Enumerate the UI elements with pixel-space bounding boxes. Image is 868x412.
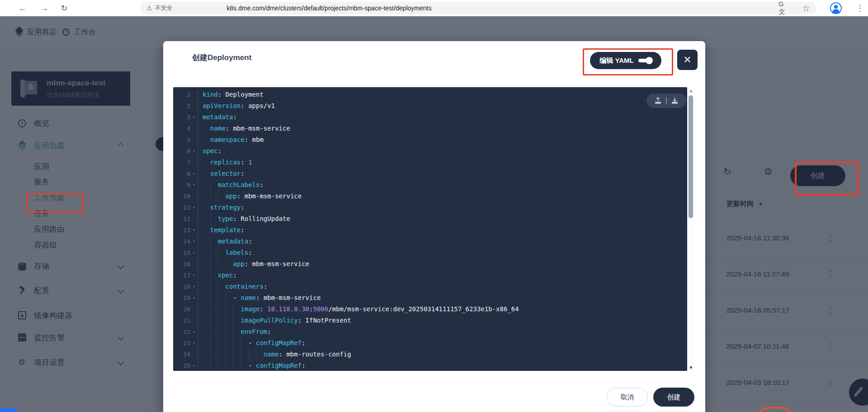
browser-forward-icon[interactable]: →: [39, 0, 50, 16]
editor-line[interactable]: 20 image: 10.118.0.30:5000/mbm/msm-servi…: [173, 304, 687, 315]
edit-yaml-label: 编辑 YAML: [599, 56, 633, 65]
editor-line[interactable]: 2apiVersion: apps/v1: [173, 100, 687, 112]
editor-line[interactable]: 1kind: Deployment: [173, 89, 687, 100]
line-number: 18: [173, 281, 190, 292]
fold-arrow-icon[interactable]: ▾: [190, 225, 198, 236]
scroll-up-icon[interactable]: ▲: [687, 88, 695, 93]
editor-file-actions: [646, 94, 686, 108]
browser-back-icon[interactable]: ←: [17, 0, 28, 16]
line-number: 7: [173, 157, 190, 168]
editor-line[interactable]: 16 app: mbm-msm-service: [173, 258, 687, 270]
fold-arrow-icon[interactable]: ▾: [190, 179, 198, 191]
editor-line[interactable]: 11▾ strategy:: [173, 202, 687, 213]
indent-guide: [226, 304, 226, 315]
browser-menu-icon[interactable]: ⋮: [854, 0, 865, 16]
indent-guide: [241, 349, 241, 360]
browser-reload-icon[interactable]: ↻: [59, 0, 70, 16]
line-number: 16: [173, 258, 190, 270]
code-text: app: mbm-msm-service: [198, 191, 687, 202]
indent-guide: [226, 292, 226, 304]
code-text: spec:: [198, 145, 687, 157]
indent-guide: [241, 337, 241, 349]
fold-arrow-icon[interactable]: ▾: [190, 145, 198, 157]
close-icon[interactable]: ×: [677, 50, 698, 70]
fold-arrow-icon[interactable]: ▾: [190, 292, 198, 304]
download-icon[interactable]: [671, 97, 679, 104]
create-deployment-modal: 创建Deployment 编辑 YAML × 1kind: Deployment…: [163, 41, 705, 412]
fold-arrow-icon[interactable]: ▾: [190, 337, 198, 349]
indent-guide: [218, 337, 218, 349]
editor-line[interactable]: 21 imagePullPolicy: IfNotPresent: [173, 315, 687, 326]
editor-line[interactable]: 9▾ matchLabels:: [173, 179, 687, 191]
editor-line[interactable]: 17▾ spec:: [173, 270, 687, 281]
editor-line[interactable]: 18▾ containers:: [173, 281, 687, 292]
editor-line[interactable]: 25▾ - configMapRef:: [173, 360, 687, 371]
cancel-button[interactable]: 取消: [607, 388, 648, 407]
indent-guide: [218, 304, 218, 315]
code-text: selector:: [198, 168, 687, 179]
line-number: 2: [173, 100, 190, 112]
editor-line[interactable]: 10 app: mbm-msm-service: [173, 191, 687, 202]
indent-guide: [218, 247, 218, 258]
not-secure-warning-icon: ⚠: [146, 5, 152, 12]
fold-arrow-icon[interactable]: ▾: [190, 112, 198, 123]
modal-create-button[interactable]: 创建: [653, 388, 694, 407]
fold-arrow-icon[interactable]: ▾: [190, 270, 198, 281]
line-number: 19: [173, 292, 190, 304]
editor-line[interactable]: 8▾ selector:: [173, 168, 687, 179]
editor-line[interactable]: 7 replicas: 1: [173, 157, 687, 168]
fold-arrow-icon[interactable]: ▾: [190, 168, 198, 179]
editor-line[interactable]: 4 name: mbm-msm-service: [173, 123, 687, 134]
upload-icon[interactable]: [654, 97, 662, 104]
scroll-down-icon[interactable]: ▼: [687, 365, 695, 370]
editor-line[interactable]: 19▾ - name: mbm-msm-service: [173, 292, 687, 304]
indent-guide: [218, 191, 218, 202]
editor-line[interactable]: 24 name: mbm-routes-config: [173, 349, 687, 360]
fold-gutter: [190, 315, 198, 326]
editor-line[interactable]: 22▾ envFrom:: [173, 326, 687, 337]
fold-arrow-icon[interactable]: ▾: [190, 360, 198, 371]
fold-arrow-icon[interactable]: ▾: [190, 236, 198, 247]
scrollbar-thumb[interactable]: [689, 95, 693, 218]
browser-profile-avatar[interactable]: [830, 2, 842, 14]
translate-icon[interactable]: G文: [778, 0, 790, 16]
editor-line[interactable]: 15▾ labels:: [173, 247, 687, 258]
indent-guide: [210, 326, 211, 337]
line-number: 12: [173, 213, 190, 225]
fold-gutter: [190, 123, 198, 134]
edit-yaml-toggle[interactable]: 编辑 YAML: [590, 52, 661, 69]
fold-arrow-icon[interactable]: ▾: [190, 247, 198, 258]
fold-arrow-icon[interactable]: ▾: [190, 326, 198, 337]
editor-scrollbar[interactable]: ▲ ▼: [687, 87, 695, 371]
editor-line[interactable]: 5 namespace: mbm: [173, 134, 687, 145]
bookmark-star-icon[interactable]: ☆: [800, 0, 812, 16]
editor-line[interactable]: 23▾ - configMapRef:: [173, 337, 687, 349]
editor-line[interactable]: 13▾ template:: [173, 225, 687, 236]
indent-guide: [218, 292, 218, 304]
indent-guide: [218, 349, 218, 360]
indent-guide: [226, 360, 226, 371]
editor-line[interactable]: 12 type: RollingUpdate: [173, 213, 687, 225]
line-number: 20: [173, 304, 190, 315]
line-number: 4: [173, 123, 190, 134]
editor-line[interactable]: 6▾spec:: [173, 145, 687, 157]
indent-guide: [218, 326, 218, 337]
url-text[interactable]: k8s.dme.com/dme/clusters/default/project…: [227, 5, 432, 12]
screen: ← → ↻ ⚠ 不安全 k8s.dme.com/dme/clusters/def…: [0, 0, 868, 412]
indent-guide: [233, 315, 233, 326]
indent-guide: [218, 281, 218, 292]
fold-arrow-icon[interactable]: ▾: [190, 202, 198, 213]
code-text: template:: [198, 225, 687, 236]
editor-line[interactable]: 14▾ metadata:: [173, 236, 687, 247]
indent-guide: [218, 315, 218, 326]
fold-gutter: [190, 100, 198, 112]
code-text: image: 10.118.0.30:5000/mbm/msm-service:…: [198, 304, 687, 315]
indent-guide: [210, 304, 211, 315]
line-number: 24: [173, 349, 190, 360]
fold-arrow-icon[interactable]: ▾: [190, 281, 198, 292]
address-bar[interactable]: ⚠ 不安全 k8s.dme.com/dme/clusters/default/p…: [140, 2, 816, 14]
code-text: - configMapRef:: [198, 360, 687, 371]
yaml-editor[interactable]: 1kind: Deployment2apiVersion: apps/v13▾m…: [173, 87, 687, 371]
line-number: 10: [173, 191, 190, 202]
editor-line[interactable]: 3▾metadata:: [173, 112, 687, 123]
